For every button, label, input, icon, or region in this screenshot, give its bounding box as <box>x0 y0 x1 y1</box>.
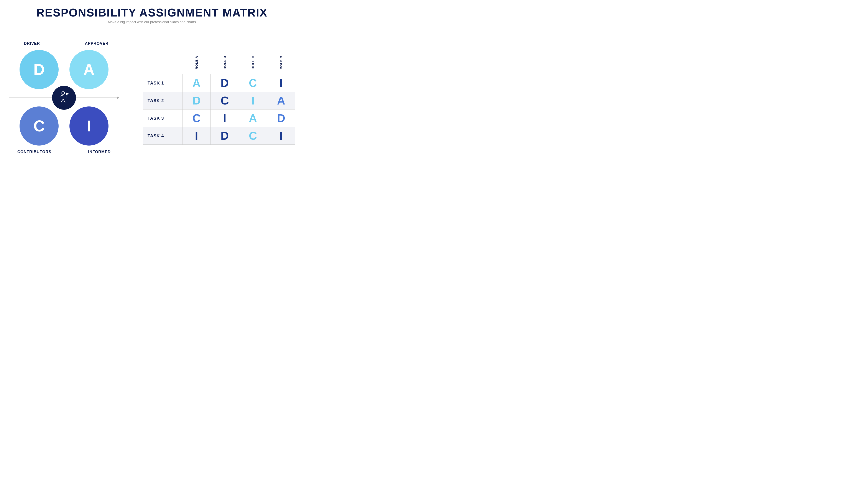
svg-line-2 <box>60 95 63 96</box>
table-row: TASK 1ADCI <box>143 74 295 92</box>
subtitle: Make a big impact with our professional … <box>36 20 268 24</box>
circle-contributors-label: C <box>33 117 45 135</box>
task-label-2: TASK 2 <box>143 94 182 107</box>
cell-r3-c4: D <box>267 110 295 127</box>
role-header-a: ROLE A <box>182 51 211 73</box>
cell-r3-c1: C <box>183 110 211 127</box>
svg-line-3 <box>61 99 63 102</box>
label-contributors: CONTRIBUTORS <box>18 150 52 154</box>
person-flag-icon <box>57 91 71 105</box>
header: RESPONSIBILITY ASSIGNMENT MATRIX Make a … <box>36 6 268 24</box>
task-cells-3: CIAD <box>182 110 295 127</box>
role-header-b: ROLE B <box>211 51 239 73</box>
role-headers-row: ROLE A ROLE B ROLE C ROLE D <box>182 51 295 73</box>
task-cells-2: DCIA <box>182 92 295 109</box>
page-title: RESPONSIBILITY ASSIGNMENT MATRIX <box>36 6 268 19</box>
circle-approver: A <box>69 50 108 89</box>
daci-diagram: DRIVER APPROVER CONTRIBUTORS INFORMED D … <box>9 37 122 159</box>
task-cells-4: IDCI <box>182 127 295 144</box>
circle-informed: I <box>69 107 108 146</box>
cell-r1-c1: A <box>183 74 211 92</box>
cell-r2-c2: C <box>211 92 239 109</box>
circles-container: D A C I <box>15 50 113 146</box>
task-label-1: TASK 1 <box>143 77 182 89</box>
cell-r3-c2: I <box>211 110 239 127</box>
center-icon-circle <box>52 86 76 110</box>
label-driver: DRIVER <box>24 41 40 46</box>
circle-driver: D <box>20 50 59 89</box>
task-label-4: TASK 4 <box>143 130 182 142</box>
cell-r1-c3: C <box>239 74 267 92</box>
task-label-3: TASK 3 <box>143 112 182 125</box>
role-header-d: ROLE D <box>267 51 295 73</box>
cell-r1-c2: D <box>211 74 239 92</box>
circle-approver-label: A <box>83 61 95 79</box>
svg-point-0 <box>62 92 64 94</box>
svg-line-4 <box>63 99 65 102</box>
cell-r4-c1: I <box>183 127 211 144</box>
responsibility-matrix: ROLE A ROLE B ROLE C ROLE D TASK 1ADCITA… <box>143 51 295 145</box>
table-row: TASK 4IDCI <box>143 127 295 145</box>
cell-r2-c1: D <box>183 92 211 109</box>
role-header-c: ROLE C <box>239 51 267 73</box>
label-informed: INFORMED <box>88 150 111 154</box>
content-area: DRIVER APPROVER CONTRIBUTORS INFORMED D … <box>9 28 295 167</box>
circle-contributors: C <box>20 107 59 146</box>
table-row: TASK 3CIAD <box>143 109 295 127</box>
cell-r4-c4: I <box>267 127 295 144</box>
cell-r4-c2: D <box>211 127 239 144</box>
matrix-body: TASK 1ADCITASK 2DCIATASK 3CIADTASK 4IDCI <box>143 74 295 145</box>
circle-driver-label: D <box>33 61 45 79</box>
table-row: TASK 2DCIA <box>143 92 295 109</box>
cell-r2-c3: I <box>239 92 267 109</box>
cell-r3-c3: A <box>239 110 267 127</box>
cell-r4-c3: C <box>239 127 267 144</box>
label-approver: APPROVER <box>85 41 108 46</box>
cell-r2-c4: A <box>267 92 295 109</box>
cell-r1-c4: I <box>267 74 295 92</box>
task-cells-1: ADCI <box>182 74 295 92</box>
circle-informed-label: I <box>87 117 91 135</box>
